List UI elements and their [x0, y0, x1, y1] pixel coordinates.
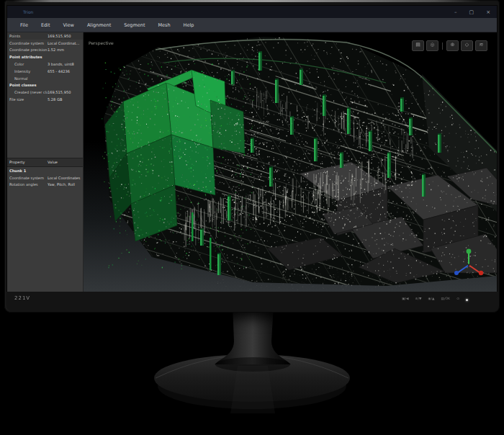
power-led	[466, 299, 468, 301]
property-row[interactable]: Point attributes	[7, 53, 83, 60]
point-cloud-canvas[interactable]	[84, 32, 497, 292]
title-bar: Trion – ▢ ×	[7, 6, 497, 18]
pin-icon[interactable]: ⊕	[446, 40, 459, 51]
chunk-row[interactable]: Coordinate systemLocal Coordinates (m)	[7, 174, 83, 181]
monitor-model-label: 221V	[14, 295, 30, 301]
viewport-3d: Perspective ▤◎⊕◇≋	[84, 32, 497, 292]
viewport-toolbar: ▤◎⊕◇≋	[412, 40, 487, 51]
menu-item-help[interactable]: Help	[177, 22, 201, 28]
osd-button-1[interactable]: ⊕/▼	[415, 297, 422, 300]
property-value: 655 - 44236	[48, 69, 81, 73]
maximize-button[interactable]: ▢	[469, 9, 474, 15]
osd-button-4[interactable]: ⊙	[456, 297, 459, 300]
app-logo-icon	[14, 9, 19, 15]
profile-graph-icon[interactable]: ≋	[475, 40, 487, 51]
property-row[interactable]: Coordinate precision1.52 mm	[7, 47, 83, 54]
column-value: Value	[48, 160, 81, 164]
app-title: Trion	[23, 9, 33, 14]
menu-item-file[interactable]: File	[14, 22, 35, 28]
property-label: Color	[9, 62, 48, 66]
property-value: 5.28 GB	[48, 97, 81, 102]
property-row[interactable]: Intensity655 - 44236	[7, 68, 83, 75]
axis-gizmo[interactable]	[452, 247, 485, 277]
chunk-rows: Chunk 1Coordinate systemLocal Coordinate…	[7, 167, 83, 188]
chunk-label: Coordinate system	[9, 176, 48, 180]
chunk-table-header: Property Value	[7, 158, 83, 167]
menu-item-edit[interactable]: Edit	[35, 22, 57, 28]
property-row[interactable]: Points169,515,950	[7, 32, 83, 40]
menu-item-segment[interactable]: Segment	[117, 22, 151, 28]
screen: Trion – ▢ × FileEditViewAlignmentSegment…	[7, 6, 497, 291]
menu-item-mesh[interactable]: Mesh	[151, 22, 176, 28]
menu-bar: FileEditViewAlignmentSegmentMeshHelp	[7, 18, 497, 32]
window-controls: – ▢ ×	[454, 9, 490, 15]
property-value: 1.52 mm	[48, 48, 81, 52]
property-row[interactable]: Normal	[7, 75, 83, 82]
osd-button-0[interactable]: ▣/◀	[402, 297, 408, 300]
property-label: Coordinate precision	[9, 48, 48, 52]
toolbar-separator	[442, 42, 443, 50]
property-row[interactable]: File size5.28 GB	[7, 96, 83, 103]
column-property: Property	[9, 160, 48, 164]
close-button[interactable]: ×	[486, 9, 490, 15]
property-row[interactable]: Coordinate systemLocal Coordinat...	[7, 40, 83, 47]
menu-item-view[interactable]: View	[56, 22, 80, 28]
annotate-icon[interactable]: ◇	[461, 40, 473, 51]
monitor: Trion – ▢ × FileEditViewAlignmentSegment…	[4, 0, 500, 313]
main-content: Points169,515,950Coordinate systemLocal …	[7, 32, 497, 292]
chunk-row[interactable]: Rotation anglesYaw, Pitch, Roll	[7, 181, 83, 189]
property-label: File size	[9, 97, 48, 102]
osd-button-row: ▣/◀⊕/▼◉/▲▤/OK⊙	[402, 297, 459, 300]
panel-spacer	[7, 103, 83, 158]
property-label: Normal	[9, 76, 48, 81]
property-row[interactable]: Color3 bands, uint8	[7, 60, 83, 68]
chunk-label: Chunk 1	[9, 169, 48, 173]
display-options-icon[interactable]: ▤	[412, 40, 424, 51]
property-value: 169,515,950	[48, 90, 81, 94]
scene: Trion – ▢ × FileEditViewAlignmentSegment…	[0, 0, 504, 435]
monitor-stand	[130, 305, 374, 435]
property-row[interactable]: Created (never classified)169,515,950	[7, 89, 83, 96]
property-label: Intensity	[9, 69, 48, 73]
projection-mode-label: Perspective	[89, 40, 114, 45]
property-label: Point classes	[9, 83, 48, 87]
osd-button-3[interactable]: ▤/OK	[441, 297, 451, 300]
property-value: 169,515,950	[48, 34, 81, 38]
bottom-bezel: 221V ▣/◀⊕/▼◉/▲▤/OK⊙	[7, 291, 497, 311]
bezel-highlight	[13, 0, 481, 2]
chunk-label: Rotation angles	[9, 182, 48, 187]
property-label: Point attributes	[9, 55, 48, 59]
property-label: Created (never classified)	[9, 90, 48, 94]
properties-panel: Points169,515,950Coordinate systemLocal …	[7, 32, 84, 292]
minimize-button[interactable]: –	[454, 9, 457, 15]
chunk-row[interactable]: Chunk 1	[7, 167, 83, 174]
axis-y-handle[interactable]	[479, 271, 483, 275]
property-row[interactable]: Point classes	[7, 82, 83, 89]
chunk-value: Local Coordinates (m)	[48, 176, 81, 180]
property-label: Points	[9, 34, 48, 38]
settings-gear-icon[interactable]: ◎	[426, 40, 438, 51]
axis-z-handle[interactable]	[467, 249, 472, 254]
panel-filler	[7, 188, 83, 292]
properties-rows: Points169,515,950Coordinate systemLocal …	[7, 32, 83, 103]
menu-item-alignment[interactable]: Alignment	[81, 22, 117, 28]
axis-x-handle[interactable]	[454, 271, 459, 275]
property-value: Local Coordinat...	[48, 41, 81, 45]
property-label: Coordinate system	[9, 41, 48, 45]
osd-button-2[interactable]: ◉/▲	[428, 297, 435, 300]
property-value: 3 bands, uint8	[48, 62, 81, 66]
chunk-value: Yaw, Pitch, Roll	[48, 182, 81, 187]
